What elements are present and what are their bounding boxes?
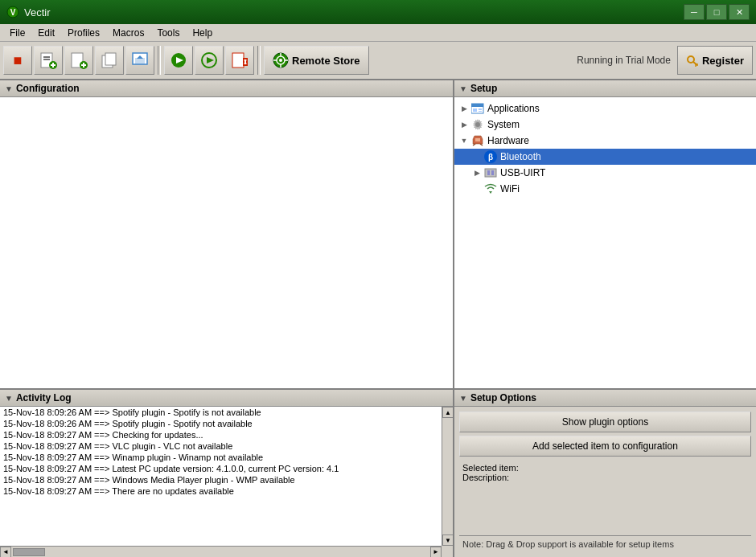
log-entry: 15-Nov-18 8:09:27 AM ==> There are no up…	[0, 485, 442, 497]
tree-item-applications[interactable]: ▶ Applications	[454, 100, 756, 117]
setup-arrow-icon: ▼	[459, 84, 467, 93]
setup-options-content: Show plugin options Add selected item to…	[454, 407, 756, 557]
hardware-icon	[470, 134, 485, 147]
applications-icon	[470, 102, 485, 115]
scroll-up-button[interactable]: ▲	[442, 407, 453, 418]
log-entry: 15-Nov-18 8:09:26 AM ==> Spotify plugin …	[0, 407, 442, 418]
tree-item-system[interactable]: ▶ System	[454, 117, 756, 133]
scroll-thumb-horizontal[interactable]	[13, 548, 45, 556]
activity-scrollbar-horizontal[interactable]: ◄ ►	[0, 546, 442, 557]
scroll-corner	[442, 546, 453, 557]
config-panel-header: ▼ Configuration	[0, 80, 453, 97]
menu-file[interactable]: File	[3, 26, 31, 40]
run2-button[interactable]	[195, 46, 224, 75]
setup-options-title: Setup Options	[470, 392, 536, 403]
log-entry: 15-Nov-18 8:09:27 AM ==> Winamp plugin -…	[0, 452, 442, 463]
menu-bar: File Edit Profiles Macros Tools Help	[0, 24, 756, 42]
copy-button[interactable]	[95, 46, 124, 75]
trial-text: Running in Trial Mode	[577, 55, 671, 66]
minimize-button[interactable]: ─	[684, 4, 705, 20]
options-note: Note: Drag & Drop support is available f…	[459, 535, 751, 552]
description-label: Description:	[462, 473, 748, 482]
wifi-label: WiFi	[500, 183, 520, 195]
title-text: Vectir	[24, 6, 51, 18]
setup-panel-title: Setup	[470, 83, 497, 94]
scroll-down-button[interactable]: ▼	[442, 534, 453, 546]
run-button[interactable]	[164, 46, 193, 75]
config-content[interactable]	[0, 97, 453, 388]
add-icon	[70, 51, 88, 69]
toolbar: ■	[0, 42, 756, 80]
remote-store-icon	[273, 52, 289, 68]
remote-store-button[interactable]: Remote Store	[264, 46, 369, 75]
delete-button[interactable]	[225, 46, 254, 75]
svg-rect-42	[475, 138, 480, 141]
svg-rect-37	[471, 104, 483, 107]
svg-rect-40	[479, 111, 482, 112]
setup-tree: ▶ Applications ▶	[454, 97, 756, 388]
delete-icon	[231, 51, 249, 69]
expand-hardware-icon: ▼	[458, 137, 470, 145]
svg-rect-21	[232, 53, 244, 68]
stop-icon: ■	[14, 52, 23, 69]
maximize-button[interactable]: □	[706, 4, 727, 20]
run-icon	[170, 51, 187, 69]
menu-edit[interactable]: Edit	[31, 26, 61, 40]
svg-text:V: V	[10, 8, 16, 17]
show-plugin-options-button[interactable]: Show plugin options	[459, 412, 751, 432]
activity-log-content: 15-Nov-18 8:09:26 AM ==> Spotify plugin …	[0, 407, 453, 557]
menu-macros[interactable]: Macros	[106, 26, 150, 40]
svg-rect-38	[473, 109, 477, 112]
export-button[interactable]	[125, 46, 154, 75]
tree-item-bluetooth[interactable]: β Bluetooth	[454, 149, 756, 165]
scroll-left-button[interactable]: ◄	[0, 547, 11, 558]
toolbar-separator-1	[158, 46, 161, 75]
log-entry: 15-Nov-18 8:09:26 AM ==> Spotify plugin …	[0, 418, 442, 429]
stop-button[interactable]: ■	[3, 46, 32, 75]
bottom-area: ▼ Activity Log 15-Nov-18 8:09:26 AM ==> …	[0, 388, 756, 557]
menu-tools[interactable]: Tools	[150, 26, 186, 40]
scroll-right-button[interactable]: ►	[430, 547, 442, 558]
title-bar: V Vectir ─ □ ✕	[0, 0, 756, 24]
system-icon	[470, 118, 485, 131]
remote-store-label: Remote Store	[292, 55, 360, 67]
close-button[interactable]: ✕	[729, 4, 750, 20]
add-to-config-button[interactable]: Add selected item to configuration	[459, 436, 751, 457]
svg-rect-45	[485, 169, 496, 177]
config-arrow-icon: ▼	[5, 84, 13, 93]
activity-arrow-icon: ▼	[5, 394, 13, 403]
svg-point-32	[688, 56, 694, 63]
svg-rect-15	[135, 58, 145, 64]
key-icon	[686, 54, 699, 67]
expand-bluetooth-icon	[470, 153, 483, 161]
svg-marker-20	[207, 57, 214, 63]
add-button[interactable]	[64, 46, 93, 75]
usb-uirt-label: USB-UIRT	[500, 167, 545, 178]
register-button[interactable]: Register	[677, 46, 753, 75]
svg-line-44	[480, 144, 483, 145]
main-content: ▼ Configuration ▼ Setup ▶	[0, 80, 756, 388]
trial-info: Running in Trial Mode Register	[577, 46, 753, 75]
tree-item-hardware[interactable]: ▼ Hardware	[454, 133, 756, 149]
copy-icon	[101, 51, 118, 69]
config-panel-title: Configuration	[16, 83, 80, 94]
applications-label: Applications	[487, 103, 540, 114]
hardware-label: Hardware	[487, 135, 529, 146]
bluetooth-icon: β	[483, 150, 498, 163]
svg-rect-13	[105, 53, 116, 65]
menu-help[interactable]: Help	[186, 26, 219, 40]
setup-options-header: ▼ Setup Options	[454, 390, 756, 407]
tree-item-usb-uirt[interactable]: ▶ USB-UIRT	[454, 165, 756, 181]
new-profile-button[interactable]	[34, 46, 63, 75]
export-icon	[131, 51, 149, 69]
setup-panel: ▼ Setup ▶ Applications	[454, 80, 756, 388]
app-icon: V	[6, 6, 19, 18]
setup-options-arrow-icon: ▼	[459, 394, 467, 403]
tree-item-wifi[interactable]: WiFi	[454, 181, 756, 197]
activity-scrollbar-vertical[interactable]: ▲ ▼	[442, 407, 453, 546]
menu-profiles[interactable]: Profiles	[61, 26, 106, 40]
new-profile-icon	[39, 51, 57, 69]
svg-point-27	[279, 59, 282, 62]
run2-icon	[200, 51, 218, 69]
log-entries: 15-Nov-18 8:09:26 AM ==> Spotify plugin …	[0, 407, 442, 546]
